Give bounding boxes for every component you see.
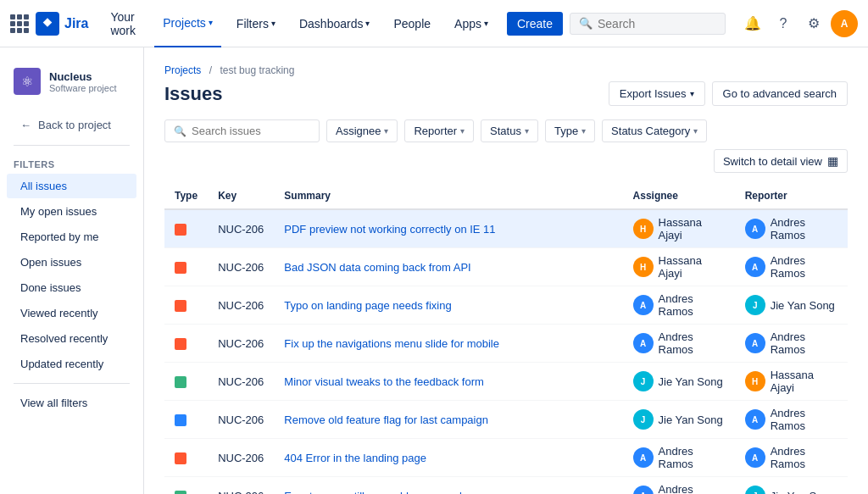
sidebar-item-all-issues[interactable]: All issues <box>7 174 136 198</box>
create-button[interactable]: Create <box>507 12 563 36</box>
assignee-name: Hassana Ajayi <box>659 254 725 280</box>
reporter-cell: AAndres Ramos <box>735 209 848 248</box>
grid-menu-icon[interactable] <box>10 14 29 33</box>
filters-chevron-icon: ▾ <box>271 19 275 28</box>
issue-summary-link[interactable]: Fix up the navigations menu slide for mo… <box>284 337 499 350</box>
table-row: NUC-206 Typo on landing page needs fixin… <box>164 286 848 325</box>
back-arrow-icon: ← <box>20 119 31 131</box>
avatar: J <box>745 486 765 494</box>
avatar: A <box>633 447 654 468</box>
user-avatar[interactable]: A <box>831 10 858 37</box>
summary-cell[interactable]: Bad JSON data coming back from API <box>274 248 622 286</box>
status-category-filter[interactable]: Status Category ▾ <box>602 119 707 142</box>
back-to-project-button[interactable]: ← Back to project <box>7 112 136 138</box>
reporter-name: Jie Yan Song <box>771 490 835 495</box>
issue-type-icon <box>175 338 186 350</box>
key-cell: NUC-206 <box>208 363 274 401</box>
avatar: H <box>745 371 765 391</box>
avatar: A <box>745 447 765 468</box>
jira-logo-icon <box>36 12 59 36</box>
summary-cell[interactable]: PDF preview not working correctly on IE … <box>274 209 622 248</box>
reporter-inner: AAndres Ramos <box>745 445 837 470</box>
issue-summary-link[interactable]: PDF preview not working correctly on IE … <box>284 223 495 236</box>
search-issues-box[interactable]: 🔍 <box>164 119 320 142</box>
switch-view-button[interactable]: Switch to detail view ▦ <box>714 149 848 173</box>
assignee-inner: AAndres Ramos <box>633 292 725 318</box>
nav-apps[interactable]: Apps ▾ <box>446 0 497 47</box>
sidebar-item-my-open-issues[interactable]: My open issues <box>7 199 136 224</box>
export-issues-button[interactable]: Export Issues ▾ <box>609 81 705 106</box>
nav-filters[interactable]: Filters ▾ <box>228 0 284 47</box>
reporter-cell: AAndres Ramos <box>735 439 848 477</box>
summary-cell[interactable]: Fix up the navigations menu slide for mo… <box>274 325 622 363</box>
settings-button[interactable]: ⚙ <box>800 10 827 37</box>
assignee-inner: HHassana Ajayi <box>633 216 725 241</box>
assignee-name: Andres Ramos <box>659 483 725 494</box>
main-layout: ⚛ Nucleus Software project ← Back to pro… <box>0 47 868 494</box>
back-label: Back to project <box>38 119 111 131</box>
search-box[interactable]: 🔍 <box>570 13 726 35</box>
status-filter[interactable]: Status ▾ <box>481 119 538 142</box>
avatar: A <box>633 486 654 494</box>
summary-cell[interactable]: Minor visual tweaks to the feedback form <box>274 363 622 401</box>
sidebar-item-reported-by-me[interactable]: Reported by me <box>7 225 136 249</box>
summary-cell[interactable]: Remove old feature flag for last campaig… <box>274 401 622 439</box>
jira-logo[interactable]: Jira <box>36 12 88 36</box>
table-row: NUC-206 Fix up the navigations menu slid… <box>164 325 848 363</box>
breadcrumb-projects-link[interactable]: Projects <box>164 64 201 76</box>
reporter-inner: AAndres Ramos <box>745 407 837 432</box>
reporter-filter[interactable]: Reporter ▾ <box>404 119 474 142</box>
issue-summary-link[interactable]: Events page still uses old company logo <box>284 490 480 495</box>
search-input[interactable] <box>598 17 716 31</box>
summary-cell[interactable]: Events page still uses old company logo <box>274 477 622 495</box>
table-row: NUC-206 404 Error in the landing page AA… <box>164 439 848 477</box>
switch-view-icon: ▦ <box>827 154 838 168</box>
summary-cell[interactable]: 404 Error in the landing page <box>274 439 622 477</box>
avatar: A <box>745 333 765 353</box>
assignee-filter[interactable]: Assignee ▾ <box>326 119 398 142</box>
key-cell: NUC-206 <box>208 209 274 248</box>
topnav-icons: 🔔 ? ⚙ A <box>739 10 858 37</box>
sidebar-item-open-issues[interactable]: Open issues <box>7 250 136 275</box>
reporter-chevron-icon: ▾ <box>460 126 465 136</box>
reporter-cell: JJie Yan Song <box>735 286 848 325</box>
issues-table: Type Key Summary Assignee Reporter NUC-2… <box>164 183 848 494</box>
nav-your-work[interactable]: Your work <box>102 0 147 47</box>
search-issues-input[interactable] <box>192 125 310 137</box>
issue-summary-link[interactable]: Remove old feature flag for last campaig… <box>284 414 488 426</box>
assignee-name: Andres Ramos <box>659 330 725 356</box>
type-cell <box>164 363 208 401</box>
avatar: A <box>745 219 765 239</box>
issue-summary-link[interactable]: Minor visual tweaks to the feedback form <box>284 375 484 388</box>
issue-summary-link[interactable]: 404 Error in the landing page <box>284 452 426 464</box>
sidebar-item-resolved-recently[interactable]: Resolved recently <box>7 326 136 351</box>
type-filter[interactable]: Type ▾ <box>545 119 595 142</box>
notifications-button[interactable]: 🔔 <box>739 10 766 37</box>
sidebar-item-viewed-recently[interactable]: Viewed recently <box>7 301 136 325</box>
reporter-cell: HHassana Ajayi <box>735 363 848 401</box>
sidebar-divider-2 <box>14 383 130 384</box>
sidebar-item-updated-recently[interactable]: Updated recently <box>7 352 136 376</box>
sidebar-item-view-all-filters[interactable]: View all filters <box>7 391 136 415</box>
issue-type-icon <box>175 262 186 274</box>
projects-chevron-icon: ▾ <box>209 18 213 27</box>
nav-people[interactable]: People <box>385 0 439 47</box>
reporter-name: Andres Ramos <box>771 330 837 356</box>
sidebar-divider <box>14 145 130 146</box>
nav-dashboards[interactable]: Dashboards ▾ <box>291 0 379 47</box>
reporter-inner: JJie Yan Song <box>745 295 837 315</box>
breadcrumb: Projects / test bug tracking <box>164 64 848 76</box>
export-chevron-icon: ▾ <box>690 89 694 98</box>
sidebar-item-done-issues[interactable]: Done issues <box>7 275 136 300</box>
issue-summary-link[interactable]: Bad JSON data coming back from API <box>284 261 470 274</box>
help-button[interactable]: ? <box>770 10 797 37</box>
nav-projects[interactable]: Projects ▾ <box>154 0 221 47</box>
table-row: NUC-206 Remove old feature flag for last… <box>164 401 848 439</box>
reporter-name: Andres Ramos <box>771 254 837 280</box>
issue-summary-link[interactable]: Typo on landing page needs fixing <box>284 299 451 312</box>
avatar: A <box>633 333 654 353</box>
col-key: Key <box>208 183 274 209</box>
apps-chevron-icon: ▾ <box>484 19 488 28</box>
summary-cell[interactable]: Typo on landing page needs fixing <box>274 286 622 325</box>
advanced-search-button[interactable]: Go to advanced search <box>712 81 848 106</box>
